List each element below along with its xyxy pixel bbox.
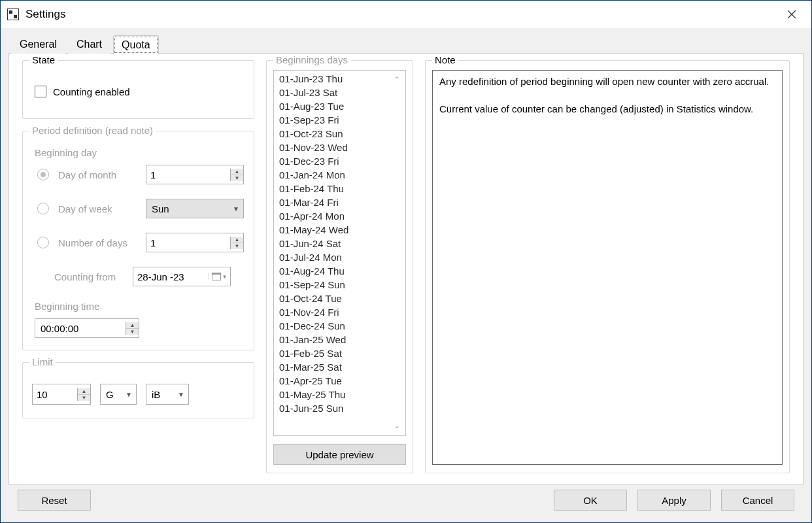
scrollbar[interactable]: ⌃⌄	[394, 73, 403, 433]
day-of-month-spinner[interactable]: 1 ▲▼	[146, 165, 244, 184]
update-preview-button[interactable]: Update preview	[273, 444, 406, 465]
day-of-month-value: 1	[146, 169, 230, 180]
list-item[interactable]: 01-Nov-24 Fri	[279, 305, 394, 319]
counting-enabled-row[interactable]: Counting enabled	[35, 86, 242, 97]
list-item[interactable]: 01-Apr-25 Tue	[279, 374, 394, 388]
beginning-time-label: Beginning time	[35, 301, 245, 312]
counting-from-datepicker[interactable]: 28-Jun -23 ▼	[133, 267, 231, 286]
chevron-down-icon: ▼	[174, 391, 188, 398]
tab-general[interactable]: General	[11, 35, 65, 54]
dialog-footer: Reset OK Apply Cancel	[8, 484, 804, 516]
chevron-up-icon: ⌃	[394, 73, 403, 87]
spinner-arrows-icon[interactable]: ▲▼	[230, 169, 243, 181]
tab-chart[interactable]: Chart	[68, 35, 110, 54]
ok-button[interactable]: OK	[554, 490, 627, 511]
list-item[interactable]: 01-Sep-24 Sun	[279, 278, 394, 292]
note-paragraph-2: Current value of counter can be changed …	[439, 102, 775, 116]
tab-quota[interactable]: Quota	[113, 35, 159, 54]
group-beginnings-label: Beginnings days	[273, 54, 350, 65]
list-item[interactable]: 01-Oct-24 Tue	[279, 292, 394, 305]
list-item[interactable]: 01-Nov-23 Wed	[279, 141, 394, 154]
group-period-label: Period definition (read note)	[29, 125, 156, 136]
list-item[interactable]: 01-May-25 Thu	[279, 388, 394, 401]
beginning-day-label: Beginning day	[35, 147, 245, 158]
spinner-arrows-icon[interactable]: ▲▼	[230, 237, 243, 249]
label-number-of-days: Number of days	[58, 237, 137, 248]
chevron-down-icon: ▼	[122, 391, 136, 398]
calendar-icon	[212, 273, 221, 280]
list-item[interactable]: 01-Jun-25 Sun	[279, 401, 394, 415]
beginnings-listbox[interactable]: ⌃⌄ 01-Jun-23 Thu01-Jul-23 Sat01-Aug-23 T…	[273, 70, 406, 436]
counting-from-value: 28-Jun -23	[133, 271, 208, 282]
limit-prefix-combo[interactable]: G ▼	[100, 384, 137, 405]
spinner-arrows-icon[interactable]: ▲▼	[126, 322, 139, 335]
list-item[interactable]: 01-Dec-24 Sun	[279, 319, 394, 333]
settings-window: Settings General Chart Quota State Count…	[0, 0, 812, 523]
list-item[interactable]: 01-Dec-23 Fri	[279, 154, 394, 168]
list-item[interactable]: 01-Feb-24 Thu	[279, 182, 394, 195]
note-text: Any redefinition of period beginning wil…	[432, 70, 783, 465]
app-icon	[7, 8, 19, 20]
list-item[interactable]: 01-Jul-23 Sat	[279, 86, 394, 99]
limit-prefix-value: G	[101, 389, 122, 400]
client-area: General Chart Quota State Counting enabl…	[1, 28, 811, 522]
close-icon	[787, 10, 796, 19]
apply-button[interactable]: Apply	[637, 490, 711, 511]
tabstrip: General Chart Quota	[8, 35, 804, 54]
titlebar: Settings	[1, 1, 811, 28]
number-of-days-spinner[interactable]: 1 ▲▼	[146, 233, 244, 252]
number-of-days-value: 1	[146, 237, 230, 248]
list-item[interactable]: 01-Jan-25 Wed	[279, 333, 394, 346]
list-item[interactable]: 01-Jun-24 Sat	[279, 237, 394, 250]
beginning-time-value: 00:00:00	[35, 323, 126, 334]
limit-amount-value: 10	[33, 389, 77, 400]
list-item[interactable]: 01-Mar-25 Sat	[279, 360, 394, 374]
cancel-button[interactable]: Cancel	[721, 490, 794, 511]
group-note: Note Any redefinition of period beginnin…	[425, 60, 790, 473]
counting-enabled-checkbox[interactable]	[35, 86, 46, 97]
group-state: State Counting enabled	[22, 60, 254, 119]
chevron-down-icon: ▼	[229, 205, 243, 212]
list-item[interactable]: 01-Jan-24 Mon	[279, 168, 394, 182]
list-item[interactable]: 01-Oct-23 Sun	[279, 127, 394, 141]
group-period: Period definition (read note) Beginning …	[22, 131, 254, 350]
group-limit-label: Limit	[29, 356, 56, 367]
close-button[interactable]	[779, 5, 805, 24]
beginning-time-spinner[interactable]: 00:00:00 ▲▼	[35, 318, 139, 338]
tab-content-quota: State Counting enabled Period definition…	[8, 53, 804, 484]
list-item[interactable]: 01-Jun-23 Thu	[279, 72, 394, 86]
limit-suffix-combo[interactable]: iB ▼	[146, 384, 189, 405]
label-counting-from: Counting from	[54, 271, 124, 282]
group-state-label: State	[29, 54, 58, 65]
radio-day-of-month[interactable]	[37, 169, 49, 180]
radio-number-of-days[interactable]	[37, 237, 49, 248]
limit-amount-spinner[interactable]: 10 ▲▼	[32, 384, 91, 405]
list-item[interactable]: 01-Feb-25 Sat	[279, 346, 394, 360]
group-note-label: Note	[432, 54, 458, 65]
list-item[interactable]: 01-Sep-23 Fri	[279, 113, 394, 127]
list-item[interactable]: 01-May-24 Wed	[279, 223, 394, 237]
list-item[interactable]: 01-Mar-24 Fri	[279, 195, 394, 209]
label-day-of-month: Day of month	[58, 169, 137, 180]
chevron-down-icon: ▼	[222, 274, 228, 280]
list-item[interactable]: 01-Aug-24 Thu	[279, 264, 394, 278]
list-item[interactable]: 01-Apr-24 Mon	[279, 209, 394, 223]
reset-button[interactable]: Reset	[18, 490, 91, 511]
list-item[interactable]: 01-Jul-24 Mon	[279, 250, 394, 264]
day-of-week-combo[interactable]: Sun ▼	[146, 199, 244, 218]
chevron-down-icon: ⌄	[394, 419, 403, 433]
limit-suffix-value: iB	[146, 389, 174, 400]
day-of-week-value: Sun	[146, 203, 229, 214]
group-limit: Limit 10 ▲▼ G ▼ iB ▼	[22, 362, 254, 418]
window-title: Settings	[25, 8, 65, 21]
spinner-arrows-icon[interactable]: ▲▼	[77, 388, 90, 401]
radio-day-of-week[interactable]	[37, 203, 49, 214]
group-beginnings: Beginnings days ⌃⌄ 01-Jun-23 Thu01-Jul-2…	[266, 60, 413, 473]
note-paragraph-1: Any redefinition of period beginning wil…	[439, 75, 775, 89]
list-item[interactable]: 01-Aug-23 Tue	[279, 99, 394, 113]
counting-enabled-label: Counting enabled	[53, 86, 130, 97]
label-day-of-week: Day of week	[58, 203, 137, 214]
